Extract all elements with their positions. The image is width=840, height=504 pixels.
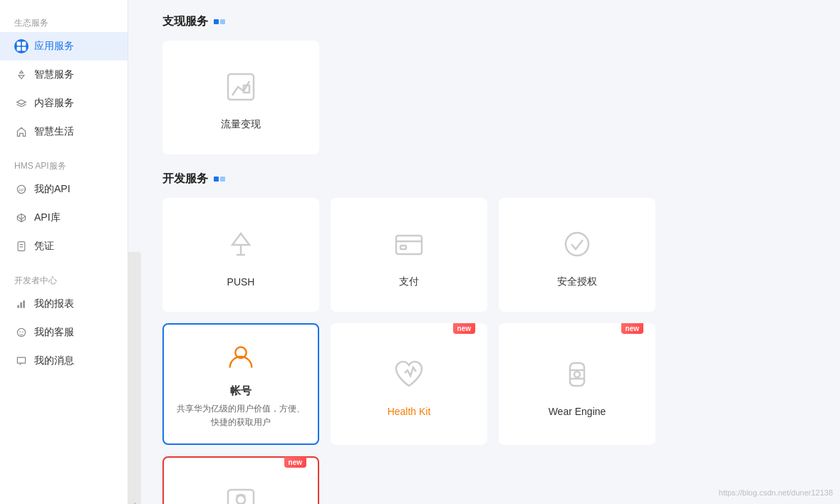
card-traffic-title: 流量变现 — [221, 118, 261, 131]
sidebar-item-label-api-library: API库 — [34, 211, 61, 224]
sidebar-section-dev-center: 开发者中心 — [0, 269, 128, 290]
cube-icon — [14, 211, 28, 225]
traffic-icon — [218, 64, 264, 110]
dev-dots — [214, 177, 225, 182]
wear-icon — [554, 352, 600, 397]
sidebar-item-smart-life[interactable]: 智慧生活 — [0, 117, 128, 146]
svg-rect-1 — [22, 42, 26, 46]
main-content: 支现服务 流量变现 开发服务 — [141, 0, 840, 504]
layers-icon — [14, 96, 28, 110]
card-pay-title: 支付 — [399, 275, 419, 288]
svg-point-14 — [22, 331, 24, 332]
health-icon — [386, 352, 432, 397]
svg-point-12 — [17, 328, 25, 336]
sidebar-item-smart-service[interactable]: 智慧服务 — [0, 61, 128, 89]
svg-text:API: API — [19, 188, 25, 192]
svg-rect-2 — [17, 47, 21, 51]
svg-point-27 — [574, 372, 580, 377]
card-wearengine[interactable]: new Wear Engine — [499, 323, 655, 445]
card-pay[interactable]: 支付 — [331, 198, 487, 312]
svg-rect-10 — [20, 303, 21, 308]
collapse-icon: ‹ — [133, 498, 137, 504]
diamond-icon — [14, 68, 28, 82]
svg-rect-19 — [396, 236, 422, 254]
card-push-title: PUSH — [227, 276, 255, 288]
card-auth-title: 安全授权 — [557, 275, 597, 288]
sidebar-item-label-my-service: 我的客服 — [34, 326, 74, 339]
auth-icon — [554, 221, 600, 267]
card-auth[interactable]: 安全授权 — [499, 198, 655, 312]
svg-rect-3 — [22, 47, 26, 51]
sidebar-item-api-library[interactable]: API库 — [0, 204, 128, 232]
support-services-grid: 流量变现 — [162, 41, 819, 154]
sidebar-item-my-message[interactable]: 我的消息 — [0, 347, 128, 375]
sidebar-item-app-service[interactable]: 应用服务 — [0, 32, 128, 61]
sidebar-collapse-button[interactable]: ‹ — [128, 252, 141, 504]
account-icon — [223, 339, 259, 379]
sidebar-item-credential[interactable]: 凭证 — [0, 232, 128, 261]
dot-blue-2 — [214, 177, 219, 182]
svg-point-29 — [237, 495, 245, 504]
card-account-subtitle: 共享华为亿级的用户价值，方便、快捷的获取用户 — [175, 402, 306, 429]
doc-icon — [14, 239, 28, 253]
card-account-title: 帐号 — [230, 384, 252, 398]
svg-point-22 — [566, 233, 588, 256]
dot-blue-1 — [214, 19, 219, 24]
sidebar-item-content-service[interactable]: 内容服务 — [0, 89, 128, 117]
svg-rect-9 — [17, 305, 19, 308]
dev-services-grid: PUSH 支付 安全授权 — [162, 198, 819, 504]
chart-icon — [14, 297, 28, 311]
sidebar-item-my-api[interactable]: API 我的API — [0, 175, 128, 204]
grid-icon — [14, 39, 28, 53]
dev-services-header: 开发服务 — [162, 172, 819, 187]
face-icon — [14, 325, 28, 340]
chat-icon — [14, 354, 28, 368]
card-account[interactable]: 帐号 共享华为亿级的用户价值，方便、快捷的获取用户 — [162, 323, 319, 445]
sidebar-item-label-my-message: 我的消息 — [34, 355, 74, 367]
svg-rect-6 — [18, 242, 25, 251]
svg-rect-28 — [228, 490, 254, 504]
pay-icon — [386, 221, 432, 267]
sidebar-item-my-service[interactable]: 我的客服 — [0, 318, 128, 347]
card-healthkit[interactable]: new Health Kit — [331, 323, 487, 445]
svg-point-13 — [19, 331, 21, 332]
sidebar-item-label-smart-life: 智慧生活 — [34, 125, 74, 138]
watermark: https://blog.csdn.net/duner12138 — [719, 488, 833, 497]
sidebar: 生态服务 应用服务 智慧服务 内容服务 智慧生活 HMS API服务 API 我… — [0, 0, 128, 504]
sidebar-item-label-smart-service: 智慧服务 — [34, 68, 74, 81]
sidebar-item-label-app-service: 应用服务 — [34, 40, 74, 53]
sidebar-item-my-report[interactable]: 我的报表 — [0, 290, 128, 318]
svg-rect-24 — [570, 363, 584, 386]
card-healthkit-title: Health Kit — [388, 406, 431, 417]
card-traffic[interactable]: 流量变现 — [162, 41, 319, 154]
svg-rect-0 — [17, 42, 21, 46]
home-icon — [14, 125, 28, 139]
support-services-title: 支现服务 — [162, 14, 208, 29]
dot-light-1 — [220, 19, 225, 24]
dot-light-2 — [220, 177, 225, 182]
sidebar-item-label-my-api: 我的API — [34, 183, 71, 196]
push-icon — [218, 222, 264, 268]
api-icon: API — [14, 182, 28, 196]
card-push[interactable]: PUSH — [162, 198, 319, 312]
dev-services-title: 开发服务 — [162, 172, 208, 187]
harmony-icon — [218, 480, 264, 504]
sidebar-item-label-my-report: 我的报表 — [34, 298, 74, 310]
support-dots — [214, 19, 225, 24]
harmonyos-new-badge: new — [284, 457, 306, 468]
sidebar-item-label-content-service: 内容服务 — [34, 97, 74, 110]
sidebar-section-ecology: 生态服务 — [0, 11, 128, 32]
support-services-header: 支现服务 — [162, 14, 819, 29]
card-harmonyos[interactable]: new HarmonyOS开发者授权 — [162, 456, 319, 504]
sidebar-section-hms: HMS API服务 — [0, 154, 128, 175]
svg-rect-11 — [23, 300, 24, 308]
healthkit-new-badge: new — [453, 323, 475, 334]
svg-rect-21 — [400, 246, 406, 249]
card-wearengine-title: Wear Engine — [549, 406, 606, 417]
sidebar-item-label-credential: 凭证 — [34, 240, 54, 253]
wearengine-new-badge: new — [621, 323, 643, 334]
